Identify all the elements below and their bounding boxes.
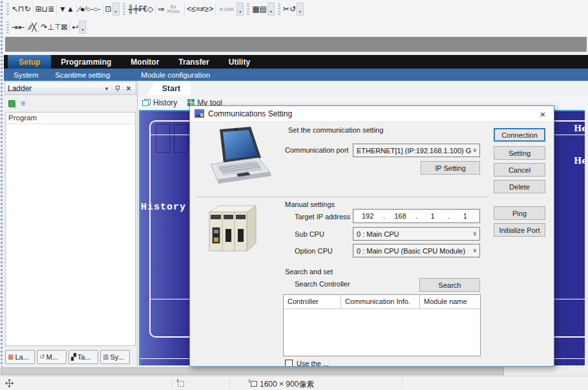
coil-icon[interactable]: ∕●: [79, 5, 85, 14]
ladder-panel-title: Ladder: [8, 84, 32, 93]
open-contact-icon[interactable]: ⊓: [18, 5, 24, 14]
comm-port-combobox[interactable]: ETHERNET[1] (IP:192.168.1.100) G ∨: [353, 144, 480, 157]
panel-close-icon[interactable]: ×: [124, 84, 133, 93]
panel-tab-tag[interactable]: ▞Ta...: [68, 350, 98, 364]
check-dropdown-arrow[interactable]: ▾: [236, 3, 244, 16]
scissors-icon[interactable]: ✂: [283, 5, 289, 14]
submenu-item-scantime-setting[interactable]: Scantime setting: [47, 71, 118, 79]
return-dropdown-arrow[interactable]: ▾: [79, 21, 86, 34]
compare-ne-icon[interactable]: ≠: [200, 5, 205, 14]
register-check-icon[interactable]: R CHK: [218, 7, 235, 12]
negated-coil-icon[interactable]: ∕○: [85, 5, 90, 14]
device-table-icon[interactable]: ▦: [252, 5, 259, 14]
toolbar-row-2: ⇥⇤∕∕╳↷⊥⊤⊠↩▾: [4, 19, 87, 36]
horizontal-scrollbar[interactable]: [0, 367, 588, 376]
vertical-contact-alt-icon[interactable]: ╪: [133, 5, 139, 14]
menu-tab-monitor[interactable]: Monitor: [121, 55, 169, 69]
rung-list-icon[interactable]: ≣: [48, 5, 54, 14]
cancel-button[interactable]: Cancel: [494, 163, 545, 177]
search-and-set-label: Search and set: [285, 268, 333, 276]
dialog-close-icon[interactable]: ×: [532, 106, 554, 122]
tree-item-program[interactable]: Program: [6, 113, 135, 124]
function-icon[interactable]: ₣: [139, 5, 143, 14]
ping-button[interactable]: Ping: [494, 206, 545, 220]
download-icon[interactable]: ▼: [59, 5, 67, 14]
flag-icon[interactable]: ⊤: [54, 23, 61, 32]
edit-dropdown-arrow[interactable]: ▾: [297, 3, 304, 16]
compare-le-icon[interactable]: ≤: [191, 5, 196, 14]
sub-cpu-label: Sub CPU: [295, 230, 324, 238]
insert-rung-icon[interactable]: ⇥: [12, 23, 18, 32]
use-result-checkbox-label: Use the ...: [297, 360, 329, 367]
history-link-label: History: [153, 98, 177, 107]
compare-lt-icon[interactable]: <: [187, 5, 191, 14]
selection-rect-icon[interactable]: [176, 379, 185, 387]
coil-diamond-icon[interactable]: ◇: [147, 5, 153, 14]
menu-tab-programming[interactable]: Programming: [51, 55, 121, 69]
panel-tab-monitor[interactable]: ↺M...: [37, 350, 67, 364]
vertical-contact-icon[interactable]: ╫: [128, 5, 134, 14]
menu-tab-utility[interactable]: Utility: [219, 55, 260, 69]
setting-button[interactable]: Setting: [494, 146, 545, 160]
jump-icon[interactable]: ⊡: [105, 5, 112, 14]
jump-dropdown-arrow[interactable]: ▾: [112, 3, 120, 16]
ip-octet-3[interactable]: 1: [419, 212, 447, 220]
ip-octet-1[interactable]: 192: [353, 212, 382, 220]
function-block-icon[interactable]: €: [143, 5, 147, 14]
menu-tab-setup[interactable]: Setup: [8, 55, 51, 69]
express-icon[interactable]: Ex Press: [165, 5, 182, 14]
dialog-titlebar[interactable]: Communications Setting: [190, 106, 554, 122]
pou-list-icon[interactable]: ≡: [21, 100, 25, 107]
branch-icon[interactable]: ⊔: [42, 5, 48, 14]
upload-icon[interactable]: ▲: [67, 5, 74, 14]
insert-network-icon[interactable]: ⊞: [36, 5, 42, 14]
wire-draw-icon[interactable]: ↷: [41, 23, 47, 32]
pin-icon[interactable]: [113, 84, 122, 93]
compare-gt-icon[interactable]: >: [209, 5, 213, 14]
erase-box-icon[interactable]: ⊠: [61, 23, 67, 32]
compare-eq-icon[interactable]: =: [196, 5, 200, 14]
help-label-clipped: He: [574, 124, 585, 133]
panel-tab-ladder[interactable]: ▦La...: [5, 350, 35, 364]
initialize-port-button[interactable]: Initialize Port: [494, 223, 545, 237]
submenu-item-system[interactable]: System: [5, 71, 47, 79]
submenu-item-module-configuration[interactable]: Module configuration: [132, 71, 218, 79]
convert-rung-icon[interactable]: ↻: [24, 5, 30, 14]
sync-icon[interactable]: ↺: [289, 5, 296, 14]
search-controller-label: Search Controller: [295, 280, 350, 288]
delete-cross-icon[interactable]: ╳: [32, 23, 36, 32]
table-dropdown-arrow[interactable]: ▾: [268, 3, 275, 16]
delete-button[interactable]: Delete: [494, 180, 545, 193]
toolbar-drag-handle: [247, 3, 249, 16]
panel-tab-label: Ta...: [78, 353, 91, 361]
use-result-checkbox[interactable]: [285, 360, 293, 367]
expression-arrow-icon[interactable]: ⇒: [158, 5, 164, 14]
move-cursor-icon[interactable]: [5, 379, 14, 387]
tab-start[interactable]: Start: [147, 81, 191, 95]
option-cpu-value: 0 : Main CPU (Basic CPU Module): [357, 247, 465, 255]
history-link[interactable]: History: [142, 98, 177, 107]
append-rung-icon[interactable]: ⇤: [18, 23, 25, 32]
option-cpu-combobox[interactable]: 0 : Main CPU (Basic CPU Module) ∨: [353, 244, 480, 257]
select-pointer-icon[interactable]: ↖: [12, 5, 18, 14]
sub-cpu-combobox[interactable]: 0 : Main CPU ∨: [353, 227, 480, 241]
panel-tab-system[interactable]: ▥Sy...: [100, 350, 130, 364]
scrollbar-thumb[interactable]: [1, 367, 504, 375]
new-program-icon[interactable]: [8, 100, 15, 107]
chevron-down-icon: ∨: [472, 247, 477, 254]
search-button[interactable]: Search: [419, 278, 480, 292]
compare-ge-icon[interactable]: ≥: [205, 5, 209, 14]
panel-menu-caret-icon[interactable]: ▾: [102, 84, 111, 93]
ip-octet-4[interactable]: 1: [451, 212, 479, 220]
connection-button[interactable]: Connection: [494, 128, 545, 142]
toolbar-drag-handle: [123, 3, 125, 16]
menu-tab-transfer[interactable]: Transfer: [169, 55, 218, 69]
inline-coil-icon[interactable]: -○-: [90, 5, 100, 14]
controller-table[interactable]: Controller Communication Info. Module na…: [283, 294, 481, 356]
terminal-icon[interactable]: ⊥: [47, 23, 54, 32]
io-list-icon[interactable]: ▤: [260, 5, 267, 14]
target-ip-input[interactable]: 192 . 168 . 1 . 1: [353, 209, 480, 223]
ip-setting-button[interactable]: IP Setting: [421, 161, 480, 175]
return-jump-icon[interactable]: ↩: [72, 23, 78, 32]
ip-octet-2[interactable]: 168: [386, 212, 414, 220]
